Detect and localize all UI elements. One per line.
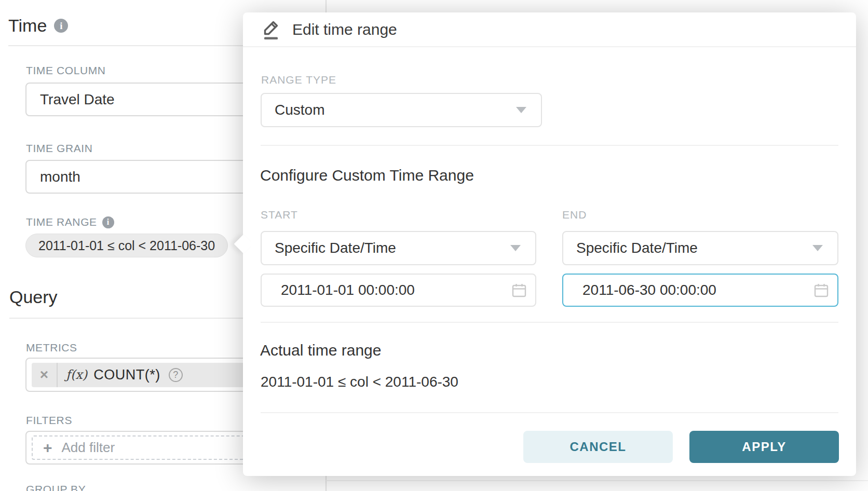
time-range-label-text: TIME RANGE <box>26 216 97 228</box>
time-column-value: Travel Date <box>40 91 115 108</box>
popover-arrow <box>234 235 253 254</box>
modal-header: Edit time range <box>243 12 856 47</box>
time-grain-label: TIME GRAIN <box>26 142 93 155</box>
info-icon[interactable]: i <box>54 19 68 33</box>
time-section-label: Time <box>8 16 47 36</box>
edit-time-range-modal: Edit time range RANGE TYPE Custom Config… <box>243 12 856 476</box>
time-grain-value: month <box>40 169 80 185</box>
end-mode-value: Specific Date/Time <box>576 240 698 256</box>
query-section-title: Query <box>9 287 58 307</box>
start-mode-select[interactable]: Specific Date/Time <box>261 231 536 265</box>
configure-heading: Configure Custom Time Range <box>260 167 474 184</box>
apply-button[interactable]: APPLY <box>689 431 839 463</box>
time-range-label: TIME RANGE i <box>26 216 114 228</box>
info-icon[interactable]: i <box>102 216 114 228</box>
metric-chip-label: COUNT(*) <box>93 367 160 383</box>
modal-divider <box>261 322 838 323</box>
actual-time-range-value: 2011-01-01 ≤ col < 2011-06-30 <box>261 374 458 390</box>
cancel-button[interactable]: CANCEL <box>523 431 673 463</box>
modal-title: Edit time range <box>292 21 397 38</box>
start-datetime-input[interactable] <box>261 274 536 307</box>
time-range-pill[interactable]: 2011-01-01 ≤ col < 2011-06-30 <box>25 234 228 257</box>
end-label: END <box>562 209 838 221</box>
start-mode-value: Specific Date/Time <box>275 240 396 256</box>
start-label: START <box>261 209 536 221</box>
end-column: END Specific Date/Time <box>562 209 838 307</box>
range-type-value: Custom <box>275 102 324 118</box>
end-mode-select[interactable]: Specific Date/Time <box>562 231 838 265</box>
function-icon: ƒ(x) <box>66 367 87 382</box>
query-section-label: Query <box>9 287 58 307</box>
caret-down-icon <box>812 245 823 251</box>
modal-divider <box>261 412 838 413</box>
edit-pencil-icon <box>262 19 280 40</box>
time-column-label: TIME COLUMN <box>26 64 106 77</box>
group-by-label: GROUP BY <box>26 483 86 491</box>
add-filter-label: Add filter <box>62 440 115 456</box>
calendar-icon[interactable] <box>813 282 829 298</box>
question-circle-icon[interactable]: ? <box>169 368 183 382</box>
close-icon[interactable]: × <box>32 363 58 387</box>
range-type-select[interactable]: Custom <box>261 93 542 127</box>
explore-page: Time i TIME COLUMN Travel Date TIME GRAI… <box>0 0 868 491</box>
time-range-pill-value: 2011-01-01 ≤ col < 2011-06-30 <box>38 238 215 253</box>
start-column: START Specific Date/Time <box>261 209 536 307</box>
time-section-title: Time i <box>8 16 68 36</box>
calendar-icon[interactable] <box>511 282 527 298</box>
range-type-label: RANGE TYPE <box>261 74 336 86</box>
end-datetime-input[interactable] <box>562 274 838 307</box>
metrics-label: METRICS <box>26 342 77 354</box>
chart-area-edge <box>326 480 868 481</box>
filters-label: FILTERS <box>26 414 72 427</box>
actual-time-range-heading: Actual time range <box>260 342 381 359</box>
caret-down-icon <box>516 107 526 113</box>
caret-down-icon <box>510 245 521 251</box>
plus-icon: + <box>43 439 52 457</box>
modal-divider <box>261 145 838 146</box>
